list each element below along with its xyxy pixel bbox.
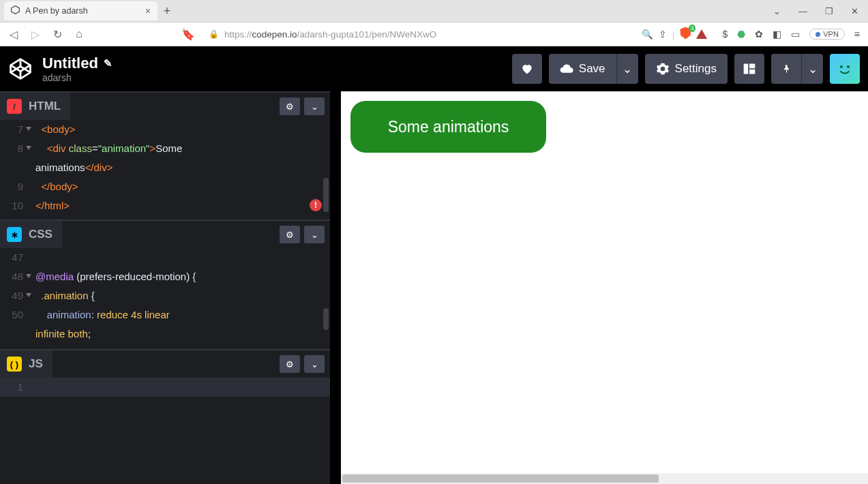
pen-title-wrap: Untitled ✎ adarsh xyxy=(42,55,113,83)
svg-rect-5 xyxy=(749,64,755,69)
bookmark-icon[interactable]: 🔖 xyxy=(180,28,196,41)
html-editor-name: HTML xyxy=(29,100,61,113)
pin-caret[interactable]: ⌄ xyxy=(801,54,823,84)
pen-title: Untitled xyxy=(42,55,98,72)
save-caret[interactable]: ⌄ xyxy=(616,54,638,84)
close-tab-icon[interactable]: × xyxy=(145,5,151,16)
svg-point-7 xyxy=(840,65,843,68)
preview-animation-pill: Some animations xyxy=(350,101,546,153)
vpn-badge[interactable]: VPN xyxy=(809,29,845,40)
css-editor: ∗ CSS ⚙ ⌄ 47 48@media (prefers-reduced-m… xyxy=(0,220,330,349)
window-controls: ⌄ — ❐ ✕ xyxy=(773,6,868,16)
css-editor-name: CSS xyxy=(29,228,53,241)
pen-header: Untitled ✎ adarsh Save ⌄ Settings ⌄ xyxy=(0,46,868,91)
toolbar-right-icons: $ ⬣ ✿ ◧ ▭ VPN ≡ xyxy=(719,29,863,40)
svg-rect-6 xyxy=(749,70,755,74)
save-label: Save xyxy=(579,62,605,76)
avatar[interactable] xyxy=(830,54,860,84)
css-scrollbar[interactable] xyxy=(323,308,329,330)
edit-title-icon[interactable]: ✎ xyxy=(104,57,113,70)
nav-back-icon[interactable]: ◁ xyxy=(5,28,22,41)
preview-pill-text: Some animations xyxy=(388,118,509,136)
preview-scrollbar[interactable] xyxy=(341,473,868,484)
browser-chrome: A Pen by adarsh × + ⌄ — ❐ ✕ ◁ ▷ ↻ ⌂ 🔖 🔒 … xyxy=(0,0,868,46)
settings-button[interactable]: Settings xyxy=(645,54,728,84)
new-tab-button[interactable]: + xyxy=(158,1,177,20)
js-editor-body[interactable]: 1 xyxy=(0,378,330,397)
css-badge-icon: ∗ xyxy=(7,227,22,242)
html-editor: / HTML ⚙ ⌄ 7 <body> 8 <div class="animat… xyxy=(0,91,330,220)
pin-button[interactable] xyxy=(771,54,801,84)
minimize-icon[interactable]: — xyxy=(798,6,807,16)
like-button[interactable] xyxy=(512,54,542,84)
tab-strip: A Pen by adarsh × + ⌄ — ❐ ✕ xyxy=(0,0,868,22)
triangle-badge-icon[interactable] xyxy=(696,29,707,39)
maximize-icon[interactable]: ❐ xyxy=(825,6,833,16)
header-actions: Save ⌄ Settings ⌄ xyxy=(512,54,860,84)
js-editor: ( ) JS ⚙ ⌄ 1 xyxy=(0,349,330,484)
browser-tab[interactable]: A Pen by adarsh × xyxy=(4,1,158,20)
html-settings-icon[interactable]: ⚙ xyxy=(280,97,300,115)
codepen-logo[interactable] xyxy=(8,57,33,81)
wallet-icon[interactable]: ▭ xyxy=(791,29,800,40)
save-button[interactable]: Save xyxy=(549,54,616,84)
js-collapse-icon[interactable]: ⌄ xyxy=(304,355,325,373)
pen-author[interactable]: adarsh xyxy=(42,72,113,83)
puzzle-icon[interactable]: ✿ xyxy=(755,29,763,40)
js-editor-name: JS xyxy=(29,357,43,371)
address-bar[interactable]: 🔒 https://codepen.io/adarsh-gupta101/pen… xyxy=(202,25,714,44)
html-scrollbar[interactable] xyxy=(323,178,329,212)
menu-icon[interactable]: ≡ xyxy=(854,29,860,40)
tab-title: A Pen by adarsh xyxy=(25,6,140,16)
html-editor-header: / HTML ⚙ ⌄ xyxy=(0,93,330,120)
close-window-icon[interactable]: ✕ xyxy=(851,6,858,16)
save-button-group: Save ⌄ xyxy=(549,54,638,84)
html-collapse-icon[interactable]: ⌄ xyxy=(304,97,325,115)
preview-pane: Some animations xyxy=(341,91,868,484)
svg-marker-0 xyxy=(12,6,20,14)
layout-button[interactable] xyxy=(734,54,764,84)
workspace: / HTML ⚙ ⌄ 7 <body> 8 <div class="animat… xyxy=(0,91,868,484)
js-editor-header: ( ) JS ⚙ ⌄ xyxy=(0,350,330,378)
error-badge-icon[interactable]: ! xyxy=(310,199,322,211)
css-editor-body[interactable]: 47 48@media (prefers-reduced-motion) { 4… xyxy=(0,248,330,344)
reload-icon[interactable]: ↻ xyxy=(49,28,65,41)
url-text: https://codepen.io/adarsh-gupta101/pen/N… xyxy=(224,29,636,40)
lock-icon: 🔒 xyxy=(209,29,219,39)
tab-favicon xyxy=(11,5,20,16)
svg-rect-4 xyxy=(744,64,749,74)
side-panel-icon[interactable]: ◧ xyxy=(773,29,781,40)
chevron-down-icon[interactable]: ⌄ xyxy=(773,6,781,16)
settings-label: Settings xyxy=(675,62,717,76)
html-editor-body[interactable]: 7 <body> 8 <div class="animation">Some a… xyxy=(0,120,330,215)
browser-toolbar: ◁ ▷ ↻ ⌂ 🔖 🔒 https://codepen.io/adarsh-gu… xyxy=(0,22,868,46)
css-editor-header: ∗ CSS ⚙ ⌄ xyxy=(0,221,330,248)
rewards-icon[interactable]: $ xyxy=(722,29,728,40)
css-collapse-icon[interactable]: ⌄ xyxy=(304,226,325,243)
zoom-icon[interactable]: 🔍 xyxy=(642,29,653,40)
pin-button-group: ⌄ xyxy=(771,54,823,84)
js-settings-icon[interactable]: ⚙ xyxy=(280,355,300,373)
brave-shield-icon[interactable]: 3 xyxy=(680,27,691,42)
extension-icon[interactable]: ⬣ xyxy=(737,29,745,40)
editors-column: / HTML ⚙ ⌄ 7 <body> 8 <div class="animat… xyxy=(0,91,341,484)
html-badge-icon: / xyxy=(7,99,22,114)
svg-point-8 xyxy=(847,65,850,68)
js-badge-icon: ( ) xyxy=(7,357,22,372)
home-icon[interactable]: ⌂ xyxy=(71,28,87,40)
nav-forward-icon[interactable]: ▷ xyxy=(27,28,44,41)
share-icon[interactable]: ⇪ xyxy=(659,29,667,40)
css-settings-icon[interactable]: ⚙ xyxy=(280,226,300,243)
